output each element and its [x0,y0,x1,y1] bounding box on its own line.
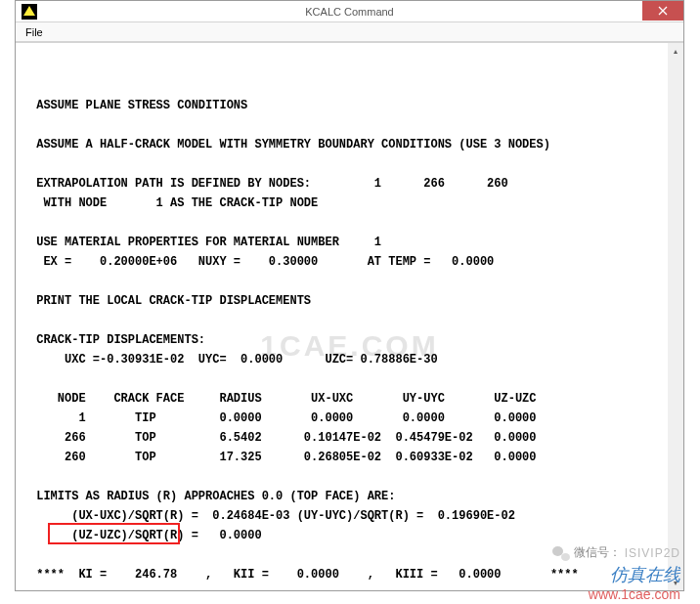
wechat-icon [552,545,570,561]
output-line: ASSUME A HALF-CRACK MODEL WITH SYMMETRY … [29,138,550,151]
wechat-label: 微信号： [574,544,621,561]
output-line: UXC =-0.30931E-02 UYC= 0.0000 UZC= 0.788… [29,353,438,367]
titlebar[interactable]: KCALC Command [16,1,683,22]
output-line: 260 TOP 17.325 0.26805E-02 0.60933E-02 0… [29,451,536,464]
output-line: **** KI = 246.78 , KII = 0.0000 , KIII =… [29,568,579,582]
kcalc-window: KCALC Command File 1CAE.COM ASSUME PLANE… [15,0,684,591]
output-line: (UX-UXC)/SQRT(R) = 0.24684E-03 (UY-UYC)/… [29,509,515,523]
output-line: EX = 0.20000E+06 NUXY = 0.30000 AT TEMP … [29,255,494,269]
app-icon [22,4,37,20]
brand-footer: 微信号： ISIVIP2D 仿真在线 www.1cae.com [552,544,680,602]
brand-url: www.1cae.com [552,586,680,602]
output-line: LIMITS AS RADIUS (R) APPROACHES 0.0 (TOP… [29,490,395,503]
output-line: EXTRAPOLATION PATH IS DEFINED BY NODES: … [29,177,508,191]
output-line: 266 TOP 6.5402 0.10147E-02 0.45479E-02 0… [29,431,536,445]
menu-file[interactable]: File [20,24,49,40]
menubar: File [16,22,683,42]
output-line: WITH NODE 1 AS THE CRACK-TIP NODE [29,196,318,210]
output-line: USE MATERIAL PROPERTIES FOR MATERIAL NUM… [29,236,381,249]
content-area: 1CAE.COM ASSUME PLANE STRESS CONDITIONS … [16,42,683,590]
output-line: ASSUME PLANE STRESS CONDITIONS [29,99,247,112]
output-line: PRINT THE LOCAL CRACK-TIP DISPLACEMENTS [29,294,311,308]
output-line: (UZ-UZC)/SQRT(R) = 0.0000 [29,529,262,542]
brand-name: 仿真在线 [552,563,680,586]
output-line: CRACK-TIP DISPLACEMENTS: [29,333,205,347]
scroll-up-icon[interactable]: ▴ [668,43,683,59]
output-line: NODE CRACK FACE RADIUS UX-UXC UY-UYC UZ-… [29,392,536,406]
output-text: 1CAE.COM ASSUME PLANE STRESS CONDITIONS … [16,43,683,590]
close-icon [658,6,668,16]
scrollbar[interactable]: ▴ ▾ [668,43,683,590]
wechat-id: ISIVIP2D [625,546,680,560]
close-button[interactable] [642,1,683,21]
window-title: KCALC Command [305,6,393,18]
brand-wechat: 微信号： ISIVIP2D [552,544,680,561]
output-line: 1 TIP 0.0000 0.0000 0.0000 0.0000 [29,411,536,425]
